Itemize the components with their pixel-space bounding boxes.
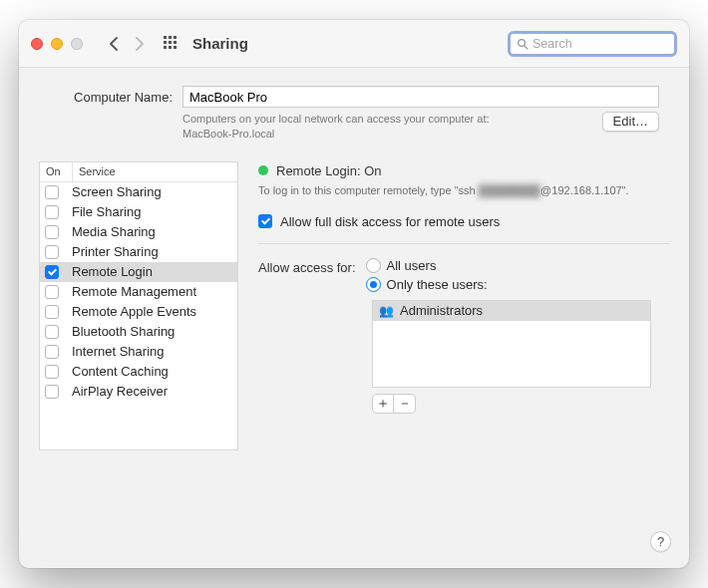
user-label: Administrators [400,303,483,318]
remove-user-button[interactable]: － [394,394,416,414]
svg-rect-5 [174,41,177,44]
help-button[interactable]: ? [650,531,671,552]
service-row[interactable]: Remote Management [40,282,237,302]
login-hint: To log in to this computer remotely, typ… [258,184,669,196]
computer-name-label: Computer Name: [49,90,173,105]
service-checkbox[interactable] [45,305,59,319]
service-name: Internet Sharing [72,344,165,359]
column-on: On [40,162,73,181]
search-input[interactable] [532,37,668,51]
window-title: Sharing [192,35,248,52]
sharing-preferences-window: Sharing Computer Name: Computers on your… [19,20,689,568]
svg-rect-8 [174,46,177,49]
detail-pane: Remote Login: On To log in to this compu… [258,161,669,568]
service-row[interactable]: File Sharing [40,202,237,222]
service-checkbox[interactable] [45,385,59,399]
service-row[interactable]: Screen Sharing [40,182,237,202]
service-row[interactable]: Content Caching [40,362,237,382]
svg-rect-7 [169,46,172,49]
show-all-icon[interactable] [159,31,184,57]
back-button[interactable] [101,31,127,57]
service-checkbox[interactable] [45,205,59,219]
radio-button[interactable] [366,277,381,292]
service-name: File Sharing [72,204,141,219]
service-name: Content Caching [72,364,169,379]
column-service: Service [73,162,122,181]
service-name: Remote Login [72,264,153,279]
service-row[interactable]: Media Sharing [40,222,237,242]
computer-name-hint: Computers on your local network can acce… [182,112,592,142]
titlebar: Sharing [19,20,689,68]
service-checkbox[interactable] [45,325,59,339]
svg-rect-6 [164,46,167,49]
service-checkbox[interactable] [45,285,59,299]
search-icon [517,38,529,50]
service-row[interactable]: Remote Apple Events [40,302,237,322]
service-checkbox[interactable] [45,365,59,379]
svg-rect-3 [164,41,167,44]
service-checkbox[interactable] [45,225,59,239]
service-row[interactable]: Remote Login [40,262,237,282]
service-checkbox[interactable] [45,345,59,359]
service-name: AirPlay Receiver [72,384,168,399]
service-name: Remote Management [72,284,196,299]
service-checkbox[interactable] [45,245,59,259]
svg-line-10 [525,45,528,48]
search-field-wrap[interactable] [508,31,677,57]
access-option[interactable]: Only these users: [366,277,488,292]
traffic-lights [31,38,83,50]
svg-rect-0 [164,36,167,39]
service-row[interactable]: Printer Sharing [40,242,237,262]
radio-label: All users [387,258,437,273]
service-row[interactable]: Internet Sharing [40,342,237,362]
user-list[interactable]: 👥Administrators [372,300,651,388]
status-text: Remote Login: On [276,163,382,178]
content-area: Computer Name: Computers on your local n… [19,68,689,568]
service-name: Remote Apple Events [72,304,196,319]
svg-rect-4 [169,41,172,44]
status-indicator-icon [258,165,268,175]
access-option[interactable]: All users [366,258,488,273]
add-user-button[interactable]: ＋ [372,394,394,414]
service-name: Bluetooth Sharing [72,324,175,339]
svg-rect-1 [169,36,172,39]
service-list: On Service Screen SharingFile SharingMed… [39,161,238,450]
radio-label: Only these users: [387,277,488,292]
close-window-button[interactable] [31,38,43,50]
service-row[interactable]: Bluetooth Sharing [40,322,237,342]
edit-hostname-button[interactable]: Edit… [602,112,659,132]
svg-rect-2 [174,36,177,39]
service-name: Media Sharing [72,224,156,239]
minimize-window-button[interactable] [51,38,63,50]
access-label: Allow access for: [258,258,356,275]
forward-button [127,31,153,57]
service-row[interactable]: AirPlay Receiver [40,382,237,402]
user-row[interactable]: 👥Administrators [373,301,650,321]
radio-button[interactable] [366,258,381,273]
zoom-window-button [71,38,83,50]
service-name: Screen Sharing [72,184,162,199]
group-icon: 👥 [379,304,394,318]
computer-name-input[interactable] [182,86,659,108]
allow-full-disk-checkbox[interactable] [258,214,272,228]
service-name: Printer Sharing [72,244,159,259]
allow-full-disk-label: Allow full disk access for remote users [280,214,500,229]
service-checkbox[interactable] [45,265,59,279]
service-checkbox[interactable] [45,185,59,199]
